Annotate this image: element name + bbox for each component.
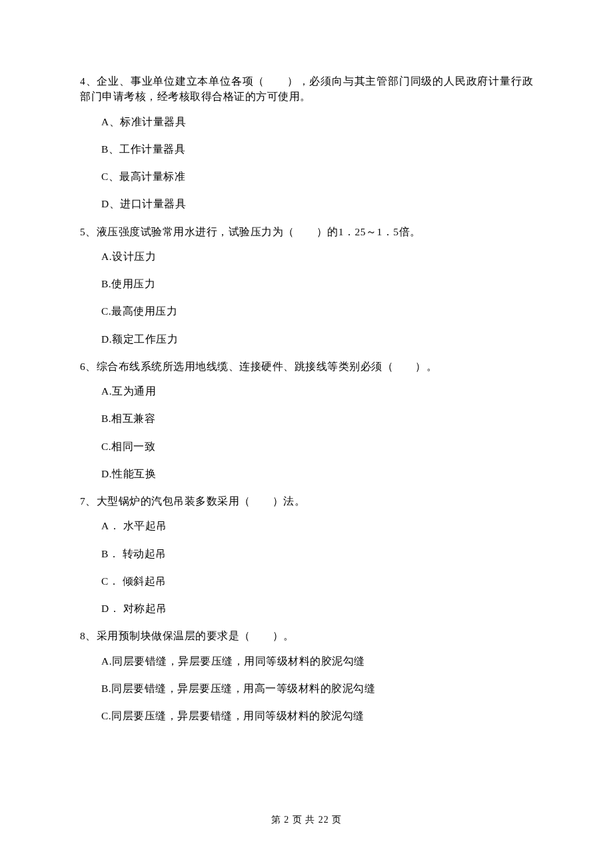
- option-b: B． 转动起吊: [80, 546, 533, 561]
- option-b: B、工作计量器具: [80, 141, 533, 157]
- option-d: D． 对称起吊: [80, 601, 533, 616]
- question-options: A、标准计量器具 B、工作计量器具 C、最高计量标准 D、进口计量器具: [80, 114, 533, 212]
- question-stem: 7、大型锅炉的汽包吊装多数采用（ ）法。: [80, 493, 533, 509]
- option-d: D.性能互换: [80, 466, 533, 481]
- option-b: B.同层要错缝，异层要压缝，用高一等级材料的胶泥勾缝: [80, 681, 533, 696]
- question-stem: 8、采用预制块做保温层的要求是（ ）。: [80, 628, 533, 643]
- option-d: D.额定工作压力: [80, 331, 533, 347]
- option-d: D、进口计量器具: [80, 196, 533, 211]
- question-7: 7、大型锅炉的汽包吊装多数采用（ ）法。 A． 水平起吊 B． 转动起吊 C． …: [80, 493, 533, 616]
- option-a: A． 水平起吊: [80, 518, 533, 533]
- option-c: C.相同一致: [80, 439, 533, 454]
- question-stem: 6、综合布线系统所选用地线缆、连接硬件、跳接线等类别必须（ ）。: [80, 359, 533, 374]
- option-c: C.同层要压缝，异层要错缝，用同等级材料的胶泥勾缝: [80, 708, 533, 723]
- page-content: 4、企业、事业单位建立本单位各项（ ），必须向与其主管部门同级的人民政府计量行政…: [0, 0, 613, 723]
- question-options: A.互为通用 B.相互兼容 C.相同一致 D.性能互换: [80, 383, 533, 481]
- option-a: A、标准计量器具: [80, 114, 533, 129]
- question-6: 6、综合布线系统所选用地线缆、连接硬件、跳接线等类别必须（ ）。 A.互为通用 …: [80, 359, 533, 481]
- question-stem: 5、液压强度试验常用水进行，试验压力为（ ）的1．25～1．5倍。: [80, 224, 533, 239]
- option-b: B.使用压力: [80, 276, 533, 291]
- question-8: 8、采用预制块做保温层的要求是（ ）。 A.同层要错缝，异层要压缝，用同等级材料…: [80, 628, 533, 723]
- option-c: C． 倾斜起吊: [80, 573, 533, 589]
- option-c: C.最高使用压力: [80, 303, 533, 319]
- question-options: A． 水平起吊 B． 转动起吊 C． 倾斜起吊 D． 对称起吊: [80, 518, 533, 616]
- question-options: A.设计压力 B.使用压力 C.最高使用压力 D.额定工作压力: [80, 249, 533, 347]
- question-options: A.同层要错缝，异层要压缝，用同等级材料的胶泥勾缝 B.同层要错缝，异层要压缝，…: [80, 653, 533, 724]
- page-footer: 第 2 页 共 22 页: [0, 813, 613, 827]
- option-b: B.相互兼容: [80, 411, 533, 426]
- question-4: 4、企业、事业单位建立本单位各项（ ），必须向与其主管部门同级的人民政府计量行政…: [80, 73, 533, 212]
- question-stem: 4、企业、事业单位建立本单位各项（ ），必须向与其主管部门同级的人民政府计量行政…: [80, 73, 533, 105]
- question-5: 5、液压强度试验常用水进行，试验压力为（ ）的1．25～1．5倍。 A.设计压力…: [80, 224, 533, 347]
- option-a: A.互为通用: [80, 383, 533, 399]
- option-a: A.同层要错缝，异层要压缝，用同等级材料的胶泥勾缝: [80, 653, 533, 669]
- option-a: A.设计压力: [80, 249, 533, 264]
- option-c: C、最高计量标准: [80, 169, 533, 184]
